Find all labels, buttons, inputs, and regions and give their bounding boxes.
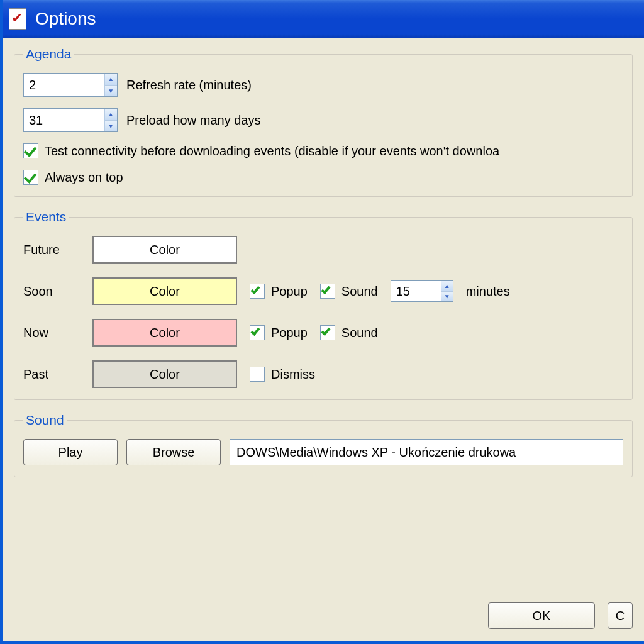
past-label: Past	[23, 367, 80, 382]
soon-minutes-input[interactable]	[391, 281, 441, 301]
preload-days-input[interactable]	[24, 109, 104, 131]
chevron-down-icon[interactable]: ▼	[105, 86, 117, 97]
chevron-up-icon[interactable]: ▲	[105, 74, 117, 86]
test-connectivity-label: Test connectivity before downloading eve…	[45, 144, 499, 158]
play-button[interactable]: Play	[23, 439, 118, 465]
chevron-down-icon[interactable]: ▼	[105, 121, 117, 132]
chevron-up-icon[interactable]: ▲	[105, 109, 117, 121]
window-title: Options	[35, 9, 96, 29]
now-label: Now	[23, 326, 80, 340]
always-on-top-label: Always on top	[45, 170, 123, 185]
soon-popup-checkbox[interactable]: Popup	[250, 284, 308, 299]
checkbox-box[interactable]	[23, 170, 38, 185]
chevron-down-icon[interactable]: ▼	[441, 292, 453, 302]
refresh-rate-label: Refresh rate (minutes)	[126, 78, 252, 92]
ok-button[interactable]: OK	[488, 602, 595, 629]
soon-minutes-unit: minutes	[466, 284, 510, 299]
app-icon	[9, 8, 26, 30]
now-color-button[interactable]: Color	[92, 319, 237, 347]
now-sound-label: Sound	[341, 326, 378, 340]
now-popup-label: Popup	[271, 326, 308, 340]
browse-button[interactable]: Browse	[126, 439, 221, 465]
future-color-button[interactable]: Color	[92, 236, 237, 264]
cancel-button[interactable]: C	[608, 602, 633, 629]
checkbox-box[interactable]	[320, 284, 335, 299]
preload-days-label: Preload how many days	[126, 113, 260, 128]
future-label: Future	[23, 243, 80, 257]
window-body: Agenda ▲ ▼ Refresh rate (minutes) ▲ ▼	[3, 38, 644, 594]
soon-color-button[interactable]: Color	[92, 277, 237, 305]
soon-sound-label: Sound	[341, 284, 378, 299]
now-popup-checkbox[interactable]: Popup	[250, 325, 308, 340]
past-dismiss-label: Dismiss	[271, 367, 315, 382]
dialog-footer: OK C	[3, 594, 644, 641]
agenda-group: Agenda ▲ ▼ Refresh rate (minutes) ▲ ▼	[14, 47, 633, 197]
sound-path-field[interactable]: DOWS\Media\Windows XP - Ukończenie druko…	[230, 439, 623, 465]
events-group: Events Future Color Soon Color Popup	[14, 209, 633, 400]
soon-popup-label: Popup	[271, 284, 308, 299]
refresh-rate-input[interactable]	[24, 74, 104, 96]
checkbox-box[interactable]	[250, 367, 265, 382]
refresh-rate-spinner[interactable]: ▲ ▼	[23, 73, 118, 97]
checkbox-box[interactable]	[250, 284, 265, 299]
titlebar[interactable]: Options	[3, 0, 644, 38]
sound-group: Sound Play Browse DOWS\Media\Windows XP …	[14, 413, 633, 477]
always-on-top-checkbox[interactable]: Always on top	[23, 170, 123, 185]
soon-sound-checkbox[interactable]: Sound	[320, 284, 378, 299]
now-sound-checkbox[interactable]: Sound	[320, 325, 378, 340]
checkbox-box[interactable]	[320, 325, 335, 340]
past-color-button[interactable]: Color	[92, 360, 237, 388]
checkbox-box[interactable]	[250, 325, 265, 340]
soon-minutes-spinner[interactable]: ▲ ▼	[391, 280, 453, 302]
agenda-legend: Agenda	[23, 47, 74, 62]
options-window: Options Agenda ▲ ▼ Refresh rate (minutes…	[0, 0, 644, 644]
checkbox-box[interactable]	[23, 143, 38, 158]
events-legend: Events	[23, 209, 69, 225]
past-dismiss-checkbox[interactable]: Dismiss	[250, 367, 315, 382]
soon-label: Soon	[23, 284, 80, 299]
test-connectivity-checkbox[interactable]: Test connectivity before downloading eve…	[23, 143, 499, 158]
preload-days-spinner[interactable]: ▲ ▼	[23, 108, 118, 132]
sound-legend: Sound	[23, 413, 67, 428]
chevron-up-icon[interactable]: ▲	[441, 281, 453, 292]
